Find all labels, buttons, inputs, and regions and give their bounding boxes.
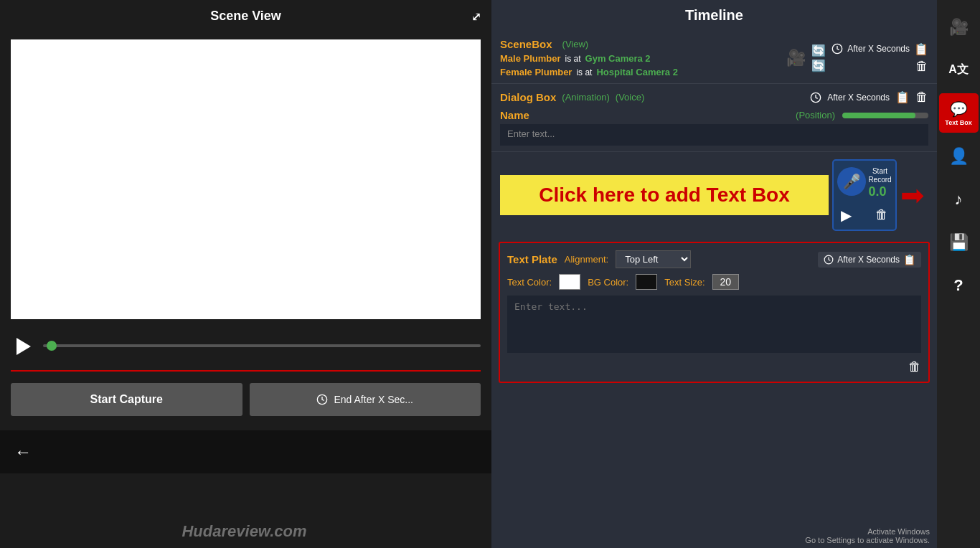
click-banner-text: Click here to add Text Box — [539, 184, 790, 206]
back-arrow-icon: ← — [14, 442, 32, 462]
sidebar-text-box[interactable]: 💬 Text Box — [939, 93, 979, 133]
text-color-label: Text Color: — [507, 277, 552, 288]
windows-activate: Activate Windows Go to Settings to activ… — [798, 524, 937, 548]
sidebar-music[interactable]: ♪ — [939, 179, 979, 219]
video-cam-icon-scenebox: 🎥 — [786, 49, 806, 67]
text-box-label: Text Box — [945, 119, 971, 126]
scene-view-canvas — [11, 39, 481, 319]
left-panel: Scene View ⤢ Start Capture End After X S… — [0, 0, 491, 548]
playback-bar — [0, 326, 491, 366]
text-plate-footer: 🗑 — [507, 359, 921, 374]
timeline-track — [43, 344, 481, 347]
dialog-left-labels: Dialog Box (Animation) (Voice) — [500, 91, 644, 103]
clock-icon — [316, 394, 328, 405]
end-after-label: End After X Sec... — [334, 394, 413, 405]
actor-row-2: Female Plumber is at Hospital Camera 2 — [500, 67, 678, 77]
is-at-2: is at — [576, 67, 592, 77]
dialog-row: Dialog Box (Animation) (Voice) After X S… — [491, 84, 937, 152]
copy-icon-dialog[interactable]: 📋 — [895, 90, 910, 104]
actor-name-2: Female Plumber — [500, 67, 572, 77]
after-x-text-plate[interactable]: After X Seconds 📋 — [818, 252, 921, 268]
scenebox-view-label: (View) — [562, 39, 589, 49]
timeline-thumb — [47, 341, 57, 351]
timeline-title: Timeline — [685, 7, 743, 23]
timeline-main: Timeline SceneBox (View) Male Plumber is… — [491, 0, 937, 548]
trash-icon-dialog[interactable]: 🗑 — [915, 90, 928, 105]
scenebox-right: 🎥 🔄 🔄 After X Seconds 📋 🗑 — [786, 42, 928, 74]
scenebox-left: SceneBox (View) Male Plumber is at Gym C… — [500, 38, 678, 77]
text-color-swatch[interactable] — [559, 274, 580, 290]
record-arrow-icon: ▶ — [841, 207, 852, 224]
back-arrow-bar[interactable]: ← — [0, 430, 491, 473]
text-plate-label: Text Plate — [507, 253, 557, 265]
trash-icon-scenebox[interactable]: 🗑 — [915, 59, 928, 74]
windows-activate-sub: Go to Settings to activate Windows. — [805, 536, 930, 544]
sidebar-icons: 🎥 A文 💬 Text Box 👤 ♪ 💾 ? — [937, 0, 980, 548]
trash-icon-text-plate[interactable]: 🗑 — [908, 359, 921, 374]
expand-icon[interactable]: ⤢ — [471, 9, 481, 23]
sync-icon-2[interactable]: 🔄 — [811, 59, 826, 72]
text-plate-header: Text Plate Alignment: Top Left Top Cente… — [507, 250, 921, 268]
sidebar-character[interactable]: 👤 — [939, 136, 979, 176]
copy-icon-scenebox[interactable]: 📋 — [914, 42, 928, 56]
dialog-box-label: Dialog Box — [500, 91, 556, 103]
position-label: (Position) — [796, 110, 835, 121]
start-capture-button[interactable]: Start Capture — [11, 383, 242, 416]
sync-icons: 🔄 🔄 — [811, 44, 826, 72]
record-area: Click here to add Text Box 🎤 StartRecord… — [491, 152, 937, 238]
actor-row-1: Male Plumber is at Gym Camera 2 — [500, 53, 678, 64]
red-arrow-icon: ➡ — [900, 179, 925, 212]
camera-2: Hospital Camera 2 — [596, 67, 677, 77]
bg-color-label: BG Color: — [588, 277, 628, 288]
end-after-button[interactable]: End After X Sec... — [250, 383, 481, 416]
after-x-dialog: After X Seconds — [827, 93, 890, 103]
actor-name-1: Male Plumber — [500, 53, 561, 64]
text-size-value: 20 — [712, 274, 740, 290]
alignment-label: Alignment: — [565, 254, 608, 265]
mic-icon[interactable]: 🎤 — [837, 167, 866, 196]
text-size-label: Text Size: — [664, 277, 705, 288]
timeline-header: Timeline — [491, 0, 937, 32]
text-plate-colors: Text Color: BG Color: Text Size: 20 — [507, 274, 921, 290]
right-panel: Timeline SceneBox (View) Male Plumber is… — [491, 0, 980, 548]
dialog-top: Dialog Box (Animation) (Voice) After X S… — [500, 90, 928, 105]
name-label: Name — [500, 109, 529, 121]
copy-icon-text-plate[interactable]: 📋 — [903, 254, 915, 265]
alignment-select[interactable]: Top Left Top Center Top Right Center Bot… — [616, 250, 691, 268]
camera-1: Gym Camera 2 — [585, 53, 651, 64]
dialog-right: After X Seconds 📋 🗑 — [810, 90, 928, 105]
record-box: 🎤 StartRecord 0.0 ▶ 🗑 — [832, 159, 897, 231]
sidebar-help[interactable]: ? — [939, 265, 979, 305]
activate-windows-area: Activate Windows Go to Settings to activ… — [491, 387, 937, 548]
trash-icon-record[interactable]: 🗑 — [875, 207, 888, 222]
clock-icon-text-plate — [824, 255, 834, 265]
play-button[interactable] — [11, 334, 36, 359]
dialog-text-area: Enter text... — [500, 124, 928, 146]
is-at-1: is at — [565, 54, 581, 64]
red-divider — [11, 370, 481, 372]
bg-color-swatch[interactable] — [636, 274, 657, 290]
clock-icon-scenebox — [831, 43, 843, 55]
clock-icon-dialog — [810, 92, 821, 103]
dialog-placeholder: Enter text... — [507, 128, 555, 139]
sidebar-translate[interactable]: A文 — [939, 50, 979, 90]
click-here-banner[interactable]: Click here to add Text Box — [500, 175, 829, 215]
text-plate-section: Text Plate Alignment: Top Left Top Cente… — [499, 242, 930, 383]
voice-label: (Voice) — [616, 92, 644, 103]
scenebox-row: SceneBox (View) Male Plumber is at Gym C… — [491, 32, 937, 84]
text-box-icon: 💬 — [950, 100, 968, 118]
scene-view-title: Scene View — [210, 9, 281, 24]
play-triangle-icon — [17, 338, 31, 355]
sidebar-save[interactable]: 💾 — [939, 222, 979, 262]
text-plate-input[interactable] — [507, 296, 921, 353]
animation-label: (Animation) — [562, 92, 609, 103]
scene-view-header: Scene View ⤢ — [0, 0, 491, 32]
sync-icon-1[interactable]: 🔄 — [811, 44, 826, 57]
dialog-name-row: Name (Position) — [500, 109, 928, 121]
start-record-text: StartRecord — [868, 167, 891, 184]
sidebar-video-camera[interactable]: 🎥 — [939, 7, 979, 47]
timeline-slider[interactable] — [43, 344, 481, 349]
scenebox-label: SceneBox — [500, 38, 552, 50]
progress-bar-fill — [842, 113, 915, 118]
progress-bar — [842, 113, 928, 118]
